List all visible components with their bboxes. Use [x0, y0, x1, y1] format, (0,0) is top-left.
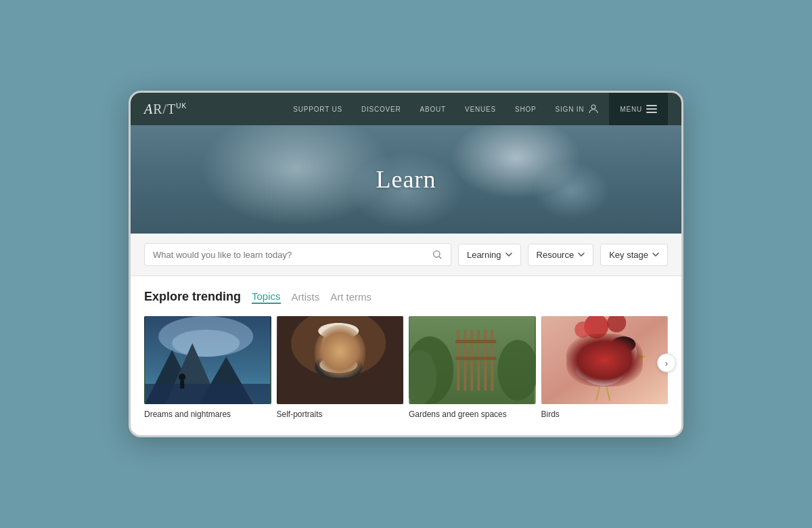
thumbnail-dreams-label: Dreams and nightmares [144, 410, 271, 419]
svg-point-18 [319, 357, 357, 373]
thumbnail-gardens-image [409, 316, 536, 404]
nav-shop[interactable]: Shop [505, 93, 546, 125]
svg-point-40 [611, 336, 635, 353]
svg-point-44 [576, 360, 610, 380]
svg-point-41 [626, 350, 631, 355]
svg-point-42 [628, 351, 630, 353]
thumbnail-portraits-label: Self-portraits [277, 410, 404, 419]
thumbnail-portraits-image [277, 316, 404, 404]
nav-links: Support Us Discover About Venues Shop Si… [284, 93, 609, 125]
thumbnail-gardens[interactable]: Gardens and green spaces [409, 316, 536, 419]
hero-section: Learn [131, 125, 681, 234]
sign-in-label: Sign In [556, 106, 585, 113]
svg-point-38 [579, 348, 627, 386]
menu-label: Menu [620, 106, 642, 113]
nav-venues[interactable]: Venues [455, 93, 505, 125]
logo-uk: UK [176, 102, 187, 110]
svg-point-14 [321, 326, 355, 367]
key-stage-filter-label: Key stage [609, 250, 648, 260]
search-input-wrapper[interactable] [144, 243, 451, 266]
dreams-illustration [144, 316, 271, 404]
svg-point-5 [172, 330, 240, 357]
svg-rect-9 [145, 384, 270, 404]
svg-point-21 [342, 344, 346, 349]
svg-rect-16 [328, 323, 348, 333]
portraits-illustration [277, 316, 404, 404]
thumbnail-dreams[interactable]: Dreams and nightmares [144, 316, 271, 419]
nav-bar: AR/TUK Support Us Discover About Venues … [131, 93, 681, 125]
tab-artists[interactable]: Artists [292, 291, 320, 303]
resource-filter-dropdown[interactable]: Resource [528, 244, 594, 266]
thumbnail-portraits[interactable]: Self-portraits [277, 316, 404, 419]
svg-point-1 [434, 251, 440, 257]
tab-topics[interactable]: Topics [252, 290, 281, 304]
thumbnail-birds[interactable]: Birds [541, 316, 669, 419]
chevron-down-icon [578, 252, 585, 257]
svg-point-10 [179, 374, 185, 380]
chevron-down-icon [652, 252, 659, 257]
hamburger-icon [646, 105, 657, 113]
gardens-illustration [409, 316, 536, 404]
svg-point-19 [326, 334, 351, 364]
nav-menu[interactable]: Menu [609, 93, 668, 125]
svg-line-2 [439, 257, 441, 259]
search-input[interactable] [153, 250, 432, 260]
svg-rect-11 [180, 380, 184, 389]
explore-header: Explore trending Topics Artists Art term… [144, 290, 668, 304]
nav-sign-in[interactable]: Sign In [546, 93, 610, 125]
resource-filter-label: Resource [537, 250, 574, 260]
svg-point-20 [331, 344, 335, 349]
thumbnail-birds-image [541, 316, 669, 404]
svg-point-17 [315, 353, 362, 380]
learning-filter-label: Learning [467, 250, 501, 260]
search-bar: Learning Resource Key stage [131, 234, 681, 276]
thumbnail-birds-label: Birds [541, 410, 669, 419]
logo[interactable]: AR/TUK [144, 102, 187, 116]
browser-window: AR/TUK Support Us Discover About Venues … [129, 91, 683, 437]
svg-point-0 [591, 105, 595, 109]
birds-illustration [541, 316, 669, 404]
logo-slash: R/T [153, 102, 176, 116]
next-arrow-button[interactable]: › [657, 353, 676, 372]
thumbnail-gardens-label: Gardens and green spaces [409, 410, 536, 419]
learning-filter-dropdown[interactable]: Learning [458, 244, 521, 266]
nav-about[interactable]: About [411, 93, 455, 125]
svg-rect-30 [455, 357, 496, 360]
svg-point-39 [610, 340, 637, 367]
key-stage-filter-dropdown[interactable]: Key stage [600, 244, 668, 266]
tab-art-terms[interactable]: Art terms [330, 291, 371, 303]
logo-art: A [144, 102, 153, 116]
nav-discover[interactable]: Discover [352, 93, 411, 125]
search-icon [432, 249, 443, 260]
content-area: Explore trending Topics Artists Art term… [131, 276, 681, 435]
hero-title: Learn [376, 165, 436, 194]
svg-rect-29 [455, 340, 496, 343]
svg-point-37 [574, 322, 591, 338]
nav-support-us[interactable]: Support Us [284, 93, 352, 125]
svg-point-15 [318, 323, 359, 339]
explore-label: Explore trending [144, 290, 241, 304]
user-icon [587, 103, 600, 115]
thumbnails-row: Dreams and nightmares [144, 316, 668, 419]
thumbnail-dreams-image [144, 316, 271, 404]
chevron-down-icon [505, 252, 512, 257]
